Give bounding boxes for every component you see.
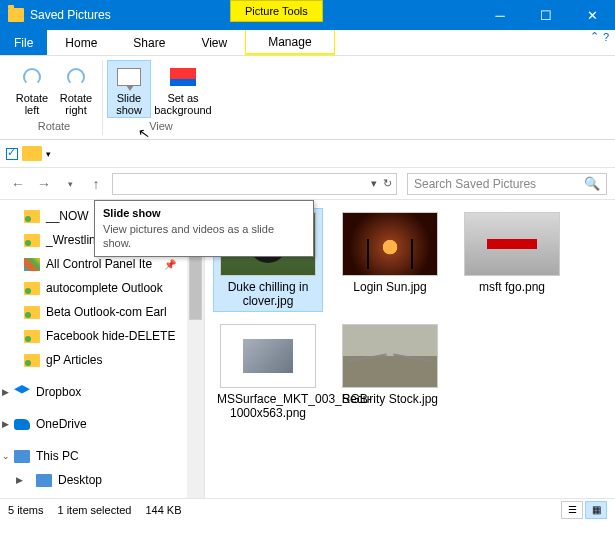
tree-item[interactable]: Facebook hide-DELETE	[0, 324, 204, 348]
details-view-button[interactable]: ☰	[561, 501, 583, 519]
thumbnail	[220, 324, 316, 388]
ribbon-help[interactable]: ⌃ ?	[590, 30, 609, 43]
expand-icon[interactable]: ▶	[2, 387, 9, 397]
contextual-tab: Picture Tools	[230, 0, 323, 22]
window-folder-icon	[8, 8, 24, 22]
file-name: Security Stock.jpg	[339, 392, 441, 406]
onedrive-icon	[14, 419, 30, 430]
control-panel-icon	[24, 258, 40, 271]
up-button[interactable]: ↑	[86, 176, 106, 192]
folder-icon	[24, 330, 40, 343]
status-bar: 5 items 1 item selected 144 KB ☰ ▦	[0, 498, 615, 520]
slide-show-tooltip: Slide show View pictures and videos as a…	[94, 200, 314, 257]
qat-dropdown[interactable]: ▾	[46, 149, 51, 159]
pc-icon	[14, 450, 30, 463]
tooltip-title: Slide show	[103, 207, 305, 219]
window-title: Saved Pictures	[30, 8, 111, 22]
manage-tab[interactable]: Manage	[245, 30, 334, 55]
folder-icon	[24, 210, 40, 223]
ribbon: Rotate left Rotate right Rotate Slide sh…	[0, 56, 615, 140]
rotate-left-label: Rotate left	[12, 92, 52, 116]
expand-icon[interactable]: ▶	[16, 475, 23, 485]
file-tile[interactable]: Security Stock.jpg	[335, 320, 445, 424]
file-name: Login Sun.jpg	[339, 280, 441, 294]
desktop-node[interactable]: ▶Desktop	[0, 468, 204, 492]
home-tab[interactable]: Home	[47, 30, 115, 55]
onedrive-node[interactable]: ▶OneDrive	[0, 412, 204, 436]
slideshow-icon	[117, 68, 141, 86]
folder-icon	[24, 354, 40, 367]
thumbnail	[464, 212, 560, 276]
rotate-group-label: Rotate	[38, 120, 70, 132]
item-count: 5 items	[8, 504, 43, 516]
thumbnail	[342, 212, 438, 276]
collapse-icon[interactable]: ⌄	[2, 451, 10, 461]
selection-count: 1 item selected	[57, 504, 131, 516]
file-name: Duke chilling in clover.jpg	[217, 280, 319, 308]
expand-icon[interactable]: ▶	[2, 419, 9, 429]
qat-checkbox[interactable]	[6, 148, 18, 160]
rotate-left-button[interactable]: Rotate left	[10, 60, 54, 118]
file-tile[interactable]: msft fgo.png	[457, 208, 567, 312]
thispc-node[interactable]: ⌄This PC	[0, 444, 204, 468]
search-box[interactable]: Search Saved Pictures 🔍	[407, 173, 607, 195]
tree-item[interactable]: gP Articles	[0, 348, 204, 372]
thumbnail	[342, 324, 438, 388]
dropbox-node[interactable]: ▶Dropbox	[0, 380, 204, 404]
tree-item[interactable]: autocomplete Outlook	[0, 276, 204, 300]
file-tile[interactable]: Login Sun.jpg	[335, 208, 445, 312]
view-group-label: View	[149, 120, 173, 132]
folder-icon	[24, 282, 40, 295]
set-background-label: Set as background	[153, 92, 213, 116]
back-button[interactable]: ←	[8, 176, 28, 192]
view-tab[interactable]: View	[183, 30, 245, 55]
tooltip-body: View pictures and videos as a slide show…	[103, 222, 305, 250]
documents-node[interactable]: ▶Documents	[0, 492, 204, 498]
dropbox-icon	[14, 385, 30, 399]
share-tab[interactable]: Share	[115, 30, 183, 55]
documents-icon	[36, 498, 52, 499]
qat-folder-icon[interactable]	[22, 146, 42, 161]
set-background-icon	[170, 68, 196, 86]
slide-show-button[interactable]: Slide show	[107, 60, 151, 118]
title-bar: Saved Pictures Picture Tools ─ ☐ ✕	[0, 0, 615, 30]
file-tile[interactable]: MSSurface_MKT_003_RGB-1000x563.png	[213, 320, 323, 424]
desktop-icon	[36, 474, 52, 487]
file-menu[interactable]: File	[0, 30, 47, 55]
tree-item[interactable]: Beta Outlook-com Earl	[0, 300, 204, 324]
selection-size: 144 KB	[145, 504, 181, 516]
icons-view-button[interactable]: ▦	[585, 501, 607, 519]
rotate-right-icon	[67, 68, 85, 86]
pin-icon: 📌	[164, 259, 176, 270]
cursor-icon: ↖	[137, 124, 152, 142]
rotate-right-button[interactable]: Rotate right	[54, 60, 98, 118]
search-placeholder: Search Saved Pictures	[414, 177, 536, 191]
folder-icon	[24, 234, 40, 247]
file-name: MSSurface_MKT_003_RGB-1000x563.png	[217, 392, 319, 420]
folder-icon	[24, 306, 40, 319]
file-name: msft fgo.png	[461, 280, 563, 294]
rotate-right-label: Rotate right	[56, 92, 96, 116]
quick-access-toolbar: ▾	[0, 140, 615, 168]
minimize-button[interactable]: ─	[477, 0, 523, 30]
address-bar[interactable]: ▾↻	[112, 173, 397, 195]
forward-button[interactable]: →	[34, 176, 54, 192]
close-button[interactable]: ✕	[569, 0, 615, 30]
ribbon-tabs: File Home Share View Manage ⌃ ?	[0, 30, 615, 56]
rotate-left-icon	[23, 68, 41, 86]
maximize-button[interactable]: ☐	[523, 0, 569, 30]
history-dropdown[interactable]: ▾	[60, 179, 80, 189]
set-background-button[interactable]: Set as background	[151, 60, 215, 118]
slide-show-label: Slide show	[109, 92, 149, 116]
search-icon: 🔍	[584, 176, 600, 191]
address-bar-row: ← → ▾ ↑ ▾↻ Search Saved Pictures 🔍	[0, 168, 615, 200]
